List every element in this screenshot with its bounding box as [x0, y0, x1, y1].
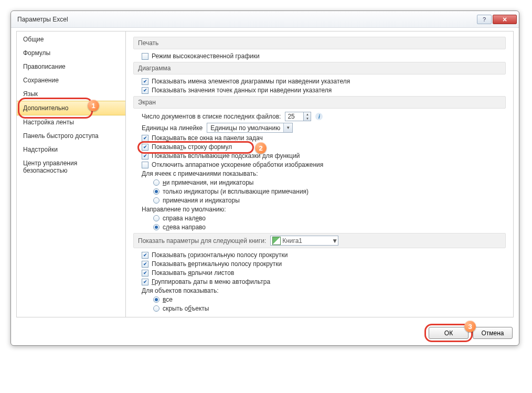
label-highquality-graphics: Режим высококачественной графики: [152, 52, 260, 60]
radio-direction-rtl[interactable]: [153, 215, 159, 221]
radio-comments-both[interactable]: [153, 197, 159, 204]
window-title: Параметры Excel: [17, 16, 477, 23]
label-comments-head: Для ячеек с примечаниями показывать:: [142, 170, 506, 177]
check-hscroll[interactable]: [142, 252, 148, 259]
section-screen: Экран: [133, 96, 506, 109]
label-recent-docs: Число документов в списке последних файл…: [142, 113, 281, 120]
options-content: Печать Режим высококачественной графики …: [126, 31, 513, 317]
input-recent-docs[interactable]: 25: [285, 112, 304, 121]
combo-ruler-units[interactable]: Единицы по умолчанию ▼: [207, 123, 293, 133]
nav-proofing[interactable]: Правописание: [17, 60, 125, 73]
section-print: Печать: [133, 37, 506, 49]
label-chart-data-values: Показывать значения точек данных при нав…: [152, 87, 332, 94]
check-chart-element-names[interactable]: [142, 78, 148, 85]
section-chart: Диаграмма: [133, 62, 506, 75]
combo-workbook[interactable]: Книга1 ▼: [270, 236, 338, 246]
label-disable-hw-accel: Отключить аппаратное ускорение обработки…: [152, 161, 323, 168]
nav-general[interactable]: Общие: [17, 33, 125, 46]
nav-advanced[interactable]: Дополнительно: [17, 101, 125, 115]
check-vscroll[interactable]: [142, 261, 148, 268]
check-group-dates[interactable]: [142, 279, 148, 285]
dialog-footer: ОК 3 Отмена: [11, 323, 519, 345]
workbook-icon: [272, 237, 281, 245]
label-hscroll: Показывать горизонтальную полосу прокрут…: [152, 251, 288, 259]
help-button[interactable]: ?: [477, 15, 492, 24]
chevron-down-icon: ▼: [332, 237, 338, 245]
label-chart-element-names: Показывать имена элементов диаграммы при…: [152, 78, 350, 85]
check-show-windows-taskbar[interactable]: [142, 135, 148, 142]
check-chart-data-values[interactable]: [142, 87, 148, 94]
nav-qat[interactable]: Панель быстрого доступа: [17, 129, 125, 143]
label-ruler-units: Единицы на линейке: [142, 124, 203, 132]
nav-formulas[interactable]: Формулы: [17, 46, 125, 60]
label-show-formula-bar: Показывать строку формул: [152, 143, 232, 151]
radio-objects-hide[interactable]: [153, 305, 159, 312]
label-objects-head: Для объектов показывать:: [142, 287, 506, 294]
label-comments-both: примечания и индикаторы: [163, 197, 240, 204]
nav-language[interactable]: Язык: [17, 87, 125, 101]
label-objects-all: все: [163, 296, 173, 303]
close-button[interactable]: ×: [493, 15, 517, 24]
nav-addins[interactable]: Надстройки: [17, 143, 125, 156]
radio-objects-all[interactable]: [153, 296, 159, 303]
label-vscroll: Показывать вертикальную полосу прокрутки: [152, 260, 282, 268]
radio-comments-none[interactable]: [153, 179, 159, 186]
label-show-windows-taskbar: Показывать все окна на панели задач: [152, 134, 263, 142]
radio-direction-ltr[interactable]: [153, 224, 159, 230]
callout-badge-3: 3: [464, 321, 476, 332]
titlebar: Параметры Excel ? ×: [11, 11, 519, 28]
nav-save[interactable]: Сохранение: [17, 73, 125, 87]
check-show-function-tooltips[interactable]: [142, 153, 148, 160]
info-icon[interactable]: i: [315, 113, 323, 120]
label-sheet-tabs: Показывать ярлычки листов: [152, 269, 234, 277]
label-direction-rtl: справа налево: [163, 215, 206, 222]
label-direction-ltr: слева направо: [163, 224, 206, 231]
label-objects-hide: скрыть объекты: [163, 305, 209, 312]
chevron-down-icon: ▼: [283, 123, 292, 132]
label-group-dates: Группировать даты в меню автофильтра: [152, 278, 270, 285]
category-sidebar: Общие Формулы Правописание Сохранение Яз…: [17, 31, 126, 317]
radio-comments-indicators[interactable]: [153, 188, 159, 195]
cancel-button[interactable]: Отмена: [473, 327, 513, 339]
excel-options-dialog: Параметры Excel ? × Общие Формулы Правоп…: [10, 10, 519, 346]
ok-button[interactable]: ОК: [429, 327, 469, 339]
nav-trust-center[interactable]: Центр управления безопасностью: [17, 156, 125, 177]
section-workbook-display: Показать параметры для следующей книги: …: [133, 233, 506, 248]
spinner-recent-docs[interactable]: ▲▼: [304, 112, 311, 121]
label-comments-none: ни примечания, ни индикаторы: [163, 179, 253, 186]
nav-customize-ribbon[interactable]: Настройка ленты: [17, 115, 125, 129]
check-disable-hw-accel[interactable]: [142, 162, 148, 168]
check-sheet-tabs[interactable]: [142, 270, 148, 277]
check-show-formula-bar[interactable]: [142, 144, 148, 151]
label-comments-indicators: только индикаторы (и всплывающие примеча…: [163, 188, 308, 195]
label-direction-head: Направление по умолчанию:: [142, 206, 506, 213]
check-highquality-graphics[interactable]: [142, 53, 148, 60]
callout-badge-1: 1: [88, 100, 99, 111]
label-show-function-tooltips: Показывать всплывающие подсказки для фун…: [152, 152, 300, 160]
callout-badge-2: 2: [255, 142, 267, 154]
